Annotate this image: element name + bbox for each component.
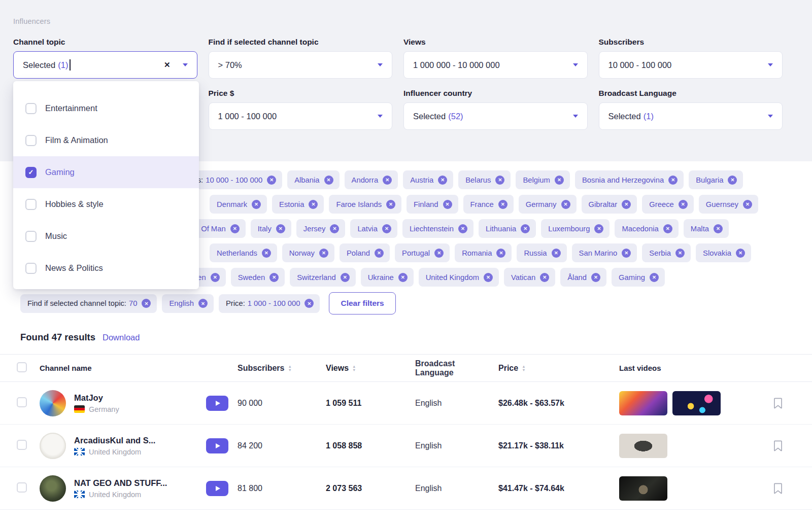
bookmark-icon[interactable] [773, 440, 783, 452]
find-topic-select[interactable]: > 70% [209, 51, 393, 79]
sort-icon[interactable] [352, 365, 356, 372]
chip-value: Vatican [511, 273, 535, 282]
remove-chip-icon[interactable]: ✕ [398, 273, 408, 282]
remove-chip-icon[interactable]: ✕ [663, 224, 672, 233]
topic-option[interactable]: Hobbies & style [13, 188, 199, 220]
video-thumbnail[interactable] [619, 391, 667, 415]
remove-chip-icon[interactable]: ✕ [309, 200, 318, 209]
channel-name[interactable]: MatJoy [74, 393, 119, 403]
remove-chip-icon[interactable]: ✕ [443, 200, 452, 209]
remove-chip-icon[interactable]: ✕ [540, 273, 549, 282]
channel-name[interactable]: ArcadiusKul and S... [74, 436, 155, 445]
remove-chip-icon[interactable]: ✕ [591, 273, 600, 282]
remove-chip-icon[interactable]: ✕ [484, 273, 493, 282]
views-label: Views [403, 38, 588, 47]
remove-chip-icon[interactable]: ✕ [552, 249, 561, 258]
checkbox-icon[interactable] [25, 135, 37, 146]
download-link[interactable]: Download [103, 333, 140, 342]
checkbox-icon[interactable] [25, 103, 37, 114]
topic-option[interactable]: Music [13, 220, 199, 252]
views-select[interactable]: 1 000 000 - 10 000 000 [403, 51, 588, 79]
remove-chip-icon[interactable]: ✕ [650, 273, 659, 282]
remove-chip-icon[interactable]: ✕ [230, 224, 240, 233]
remove-chip-icon[interactable]: ✕ [211, 273, 220, 282]
remove-chip-icon[interactable]: ✕ [675, 249, 685, 258]
video-thumbnail[interactable] [619, 476, 667, 501]
sort-icon[interactable] [288, 365, 291, 372]
remove-chip-icon[interactable]: ✕ [198, 299, 208, 308]
remove-chip-icon[interactable]: ✕ [434, 249, 444, 258]
clear-filters-button[interactable]: Clear filters [329, 292, 395, 314]
remove-chip-icon[interactable]: ✕ [622, 200, 631, 209]
remove-chip-icon[interactable]: ✕ [736, 249, 745, 258]
price-select[interactable]: 1 000 - 100 000 [209, 102, 393, 130]
remove-chip-icon[interactable]: ✕ [383, 176, 392, 185]
last-videos [607, 434, 756, 458]
subscribers-value: 90 000 [234, 399, 323, 408]
row-checkbox[interactable] [17, 440, 27, 450]
remove-chip-icon[interactable]: ✕ [330, 224, 339, 233]
remove-chip-icon[interactable]: ✕ [743, 200, 752, 209]
remove-chip-icon[interactable]: ✕ [594, 224, 603, 233]
video-thumbnail[interactable] [619, 434, 667, 458]
remove-chip-icon[interactable]: ✕ [386, 200, 395, 209]
remove-chip-icon[interactable]: ✕ [561, 200, 570, 209]
remove-chip-icon[interactable]: ✕ [458, 224, 467, 233]
subscribers-select[interactable]: 10 000 - 100 000 [599, 51, 783, 79]
remove-chip-icon[interactable]: ✕ [622, 249, 631, 258]
remove-chip-icon[interactable]: ✕ [668, 176, 678, 185]
channel-name[interactable]: NAT GEO AND STUFF... [74, 478, 167, 488]
row-checkbox[interactable] [17, 397, 27, 407]
header-views[interactable]: Views [323, 364, 412, 373]
topic-option-label: Film & Animation [45, 135, 108, 145]
remove-chip-icon[interactable]: ✕ [341, 273, 350, 282]
remove-chip-icon[interactable]: ✕ [304, 299, 314, 308]
topic-option[interactable]: Entertainment [13, 92, 199, 124]
remove-chip-icon[interactable]: ✕ [495, 176, 504, 185]
checkbox-icon[interactable] [25, 199, 37, 210]
remove-chip-icon[interactable]: ✕ [142, 299, 151, 308]
remove-chip-icon[interactable]: ✕ [276, 224, 285, 233]
checkbox-icon[interactable] [25, 263, 37, 274]
filter-chip: Slovakia ✕ [696, 243, 751, 262]
filter-chip: Germany ✕ [519, 195, 577, 214]
header-channel-name[interactable]: Channel name [35, 364, 203, 372]
bookmark-icon[interactable] [773, 397, 783, 409]
checkbox-icon[interactable]: ✓ [25, 167, 37, 178]
remove-chip-icon[interactable]: ✕ [382, 224, 391, 233]
remove-chip-icon[interactable]: ✕ [555, 176, 564, 185]
youtube-play-button[interactable] [206, 481, 228, 496]
remove-chip-icon[interactable]: ✕ [714, 224, 723, 233]
sort-icon[interactable] [522, 365, 525, 372]
remove-chip-icon[interactable]: ✕ [267, 176, 276, 185]
remove-chip-icon[interactable]: ✕ [319, 249, 328, 258]
header-price[interactable]: Price [495, 364, 607, 373]
country-select[interactable]: Selected (52) [403, 102, 588, 130]
remove-chip-icon[interactable]: ✕ [252, 200, 261, 209]
header-subscribers[interactable]: Subscribers [234, 364, 323, 373]
select-all-checkbox[interactable] [17, 362, 27, 372]
youtube-play-button[interactable] [206, 438, 228, 453]
remove-chip-icon[interactable]: ✕ [521, 224, 530, 233]
channel-topic-select[interactable]: Selected (1) ✕ [13, 51, 197, 79]
checkbox-icon[interactable] [25, 231, 37, 242]
remove-chip-icon[interactable]: ✕ [498, 200, 507, 209]
remove-chip-icon[interactable]: ✕ [324, 176, 333, 185]
remove-chip-icon[interactable]: ✕ [728, 176, 737, 185]
remove-chip-icon[interactable]: ✕ [375, 249, 384, 258]
topic-option[interactable]: ✓ Gaming [13, 156, 199, 188]
clear-selection-icon[interactable]: ✕ [164, 60, 171, 69]
remove-chip-icon[interactable]: ✕ [269, 273, 279, 282]
youtube-play-button[interactable] [206, 396, 228, 411]
topic-option[interactable]: News & Politics [13, 252, 199, 284]
remove-chip-icon[interactable]: ✕ [679, 200, 688, 209]
row-checkbox[interactable] [17, 482, 27, 493]
remove-chip-icon[interactable]: ✕ [496, 249, 505, 258]
language-select[interactable]: Selected (1) [599, 102, 783, 130]
bookmark-icon[interactable] [773, 482, 783, 495]
remove-chip-icon[interactable]: ✕ [438, 176, 447, 185]
chip-value: Luxembourg [548, 225, 590, 233]
topic-option[interactable]: Film & Animation [13, 124, 199, 156]
video-thumbnail[interactable] [672, 391, 721, 415]
remove-chip-icon[interactable]: ✕ [262, 249, 271, 258]
